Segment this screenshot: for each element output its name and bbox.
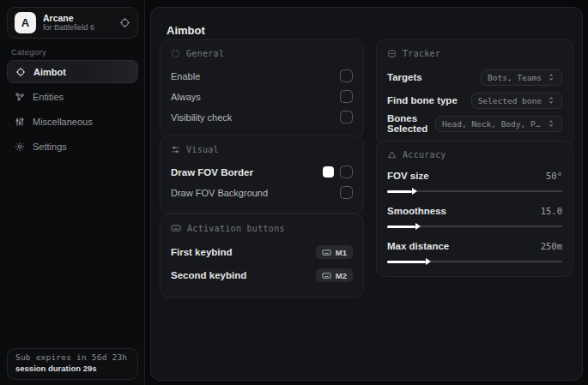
keybind-value: M1	[336, 248, 347, 257]
accuracy-icon	[387, 150, 397, 159]
setting-row-fov-size: FOV size 50°	[387, 167, 562, 195]
targets-dropdown[interactable]: Bots, Teams	[481, 69, 562, 86]
gear-icon	[15, 141, 25, 152]
keyboard-icon	[171, 223, 181, 233]
card-title: Tracker	[403, 49, 440, 58]
setting-label: Max distance	[387, 241, 449, 251]
app-logo: A	[15, 12, 36, 33]
crosshair-icon	[15, 67, 26, 77]
first-keybind-button[interactable]: M1	[316, 245, 353, 259]
slider-fill	[387, 190, 412, 193]
draw-fov-background-checkbox[interactable]	[340, 186, 353, 199]
tracker-card: Tracker Targets Bots, Teams Find bone ty…	[376, 39, 573, 146]
setting-label: Draw FOV Background	[171, 188, 268, 198]
tracker-icon	[387, 49, 397, 58]
sidebar-item-miscellaneous[interactable]: Miscellaneous	[7, 110, 138, 133]
visual-card: Visual Draw FOV Border Draw FOV Backgrou…	[160, 135, 364, 214]
setting-label: Find bone type	[387, 95, 458, 105]
chevrons-up-down-icon	[547, 73, 555, 81]
setting-label: Enable	[171, 71, 200, 81]
setting-row-draw-fov-border: Draw FOV Border	[171, 162, 353, 182]
dropdown-value: Head, Neck, Body, Pe...	[442, 119, 542, 129]
setting-row-enable: Enable	[171, 66, 353, 86]
sidebar: A Arcane for Battlefield 6 Category Aimb…	[0, 0, 145, 385]
sub-expires-text: Sub expires in 56d 23h	[15, 352, 130, 362]
card-title: Activation buttons	[187, 224, 285, 233]
smoothness-value: 15.0	[541, 206, 562, 216]
chevrons-up-down-icon	[547, 119, 555, 128]
chevrons-up-down-icon	[547, 96, 555, 105]
keyboard-icon	[322, 271, 331, 280]
setting-label: Targets	[387, 72, 422, 82]
setting-label: Always	[171, 92, 201, 102]
setting-row-draw-fov-background: Draw FOV Background	[171, 183, 353, 202]
second-keybind-button[interactable]: M2	[316, 268, 353, 282]
enable-checkbox[interactable]	[340, 69, 353, 82]
crosshair-icon[interactable]	[119, 17, 130, 28]
visibility-check-checkbox[interactable]	[340, 111, 353, 123]
sidebar-item-entities[interactable]: Entities	[7, 85, 138, 108]
sidebar-item-label: Miscellaneous	[33, 117, 93, 127]
sidebar-item-aimbot[interactable]: Aimbot	[7, 60, 138, 83]
sidebar-nav: Aimbot Entities Miscellaneous	[7, 60, 138, 159]
app-name: Arcane	[43, 13, 119, 23]
setting-row-bones-selected: Bones Selected Head, Neck, Body, Pe...	[387, 112, 562, 135]
main-panel: Aimbot General Enable Always Visibility …	[150, 7, 583, 381]
activation-card: Activation buttons First keybind M1 Seco…	[160, 214, 364, 298]
sidebar-item-settings[interactable]: Settings	[7, 135, 138, 158]
general-card: General Enable Always Visibility check	[160, 39, 364, 138]
bones-selected-dropdown[interactable]: Head, Neck, Body, Pe...	[435, 116, 562, 132]
setting-row-second-keybind: Second keybind M2	[171, 264, 353, 286]
setting-row-smoothness: Smoothness 15.0	[387, 202, 562, 230]
general-icon	[171, 49, 180, 58]
accuracy-card: Accuracy FOV size 50° Smoothness 15.0	[376, 141, 573, 277]
slider-fill	[387, 226, 415, 228]
card-title: Accuracy	[403, 150, 446, 159]
setting-label: Bones Selected	[387, 113, 435, 134]
card-title: General	[186, 49, 224, 58]
max-distance-slider[interactable]	[387, 257, 562, 265]
setting-label: Draw FOV Border	[171, 167, 253, 177]
setting-label: First keybind	[171, 247, 233, 257]
session-duration-text: session duration 29s	[15, 364, 130, 373]
app-subtitle: for Battlefield 6	[43, 23, 119, 33]
setting-row-first-keybind: First keybind M1	[171, 241, 353, 263]
setting-row-visibility-check: Visibility check	[171, 107, 353, 127]
app-header: A Arcane for Battlefield 6	[7, 7, 138, 39]
setting-label: Visibility check	[171, 112, 232, 123]
smoothness-slider[interactable]	[387, 222, 562, 230]
setting-label: Second keybind	[171, 270, 246, 280]
fov-size-slider[interactable]	[387, 187, 562, 195]
page-title: Aimbot	[167, 24, 205, 37]
subscription-box: Sub expires in 56d 23h session duration …	[7, 348, 138, 380]
entities-icon	[15, 92, 25, 102]
setting-label: Smoothness	[387, 206, 446, 216]
sidebar-item-label: Entities	[33, 92, 64, 102]
setting-label: FOV size	[387, 171, 429, 181]
setting-row-targets: Targets Bots, Teams	[387, 66, 562, 88]
dropdown-value: Selected bone	[478, 96, 542, 105]
setting-row-max-distance: Max distance 250m	[387, 238, 562, 265]
setting-row-find-bone-type: Find bone type Selected bone	[387, 89, 562, 111]
fov-size-value: 50°	[546, 171, 562, 181]
slider-fill	[387, 261, 426, 263]
setting-row-always: Always	[171, 87, 353, 106]
sidebar-item-label: Settings	[33, 141, 67, 152]
dropdown-value: Bots, Teams	[488, 73, 542, 82]
category-label: Category	[11, 47, 46, 57]
always-checkbox[interactable]	[340, 90, 353, 103]
fov-border-color-swatch[interactable]	[323, 166, 334, 177]
card-title: Visual	[186, 145, 219, 154]
keybind-value: M2	[336, 271, 347, 280]
find-bone-type-dropdown[interactable]: Selected bone	[471, 93, 562, 109]
max-distance-value: 250m	[541, 241, 562, 251]
keyboard-icon	[322, 248, 331, 257]
adjustments-icon	[15, 117, 25, 127]
visual-icon	[171, 145, 180, 154]
sidebar-item-label: Aimbot	[33, 67, 66, 77]
draw-fov-border-checkbox[interactable]	[340, 165, 353, 178]
